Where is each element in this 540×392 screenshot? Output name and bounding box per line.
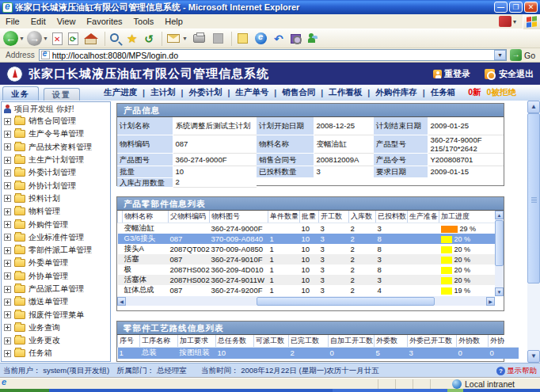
expand-icon[interactable] (4, 311, 11, 318)
sidebar-item[interactable]: 销售合同管理 (2, 115, 110, 127)
parts-row[interactable]: 活塞体2087HS002360-274-9011W11032320 % (118, 275, 496, 285)
expand-icon[interactable] (4, 221, 11, 228)
nav-item[interactable]: 工作看板 (323, 87, 367, 98)
minimize-button[interactable]: — (494, 2, 508, 13)
column-header[interactable]: 工序名称 (140, 335, 178, 348)
expand-icon[interactable] (4, 234, 11, 241)
nav-item[interactable]: 主计划 (145, 87, 181, 98)
nav-item[interactable]: 外委计划 (183, 87, 227, 98)
windows-taskbar[interactable] (0, 389, 540, 392)
column-header[interactable]: 物料名称 (123, 211, 169, 223)
expand-icon[interactable] (4, 118, 11, 125)
column-header[interactable]: 批量 (300, 211, 319, 223)
sidebar-item[interactable]: 外委计划管理 (2, 166, 110, 179)
address-dropdown-icon[interactable]: ▼ (494, 50, 506, 60)
page-scrollbar[interactable]: ▲ ▼ (527, 101, 540, 363)
column-header[interactable]: 加工要求 (178, 335, 216, 348)
maximize-button[interactable]: ❐ (509, 2, 523, 13)
expand-icon[interactable] (4, 299, 11, 306)
column-header[interactable]: 加工进度 (439, 211, 496, 223)
route-row[interactable]: 1总装按图组装10205300 (118, 348, 519, 359)
menu-file[interactable]: File (0, 15, 25, 28)
expand-icon[interactable] (4, 143, 11, 150)
sidebar-item[interactable]: 企业标准件管理 (2, 231, 110, 244)
column-header[interactable]: 总任务数 (216, 335, 254, 348)
column-header[interactable]: 物料图号 (210, 211, 268, 223)
forward-dropdown-icon[interactable]: ▼ (43, 36, 48, 41)
nav-item[interactable]: 任务箱 (425, 87, 462, 98)
sidebar-item[interactable]: 业务查询 (2, 322, 110, 334)
column-header[interactable]: 外协 (489, 335, 519, 348)
scroll-down-icon[interactable]: ▼ (495, 287, 504, 296)
column-header[interactable]: 序号 (118, 335, 140, 348)
menu-favorites[interactable]: Favorites (81, 15, 127, 28)
sidebar-item[interactable]: 零部件派工单管理 (2, 244, 110, 257)
addon-icon[interactable] (499, 16, 511, 27)
research-button[interactable] (291, 34, 301, 44)
parts-horizontal-scrollbar[interactable]: ◀ ▶ (117, 296, 495, 306)
sidebar-item[interactable]: 外购件管理 (2, 218, 110, 230)
stop-button[interactable]: ✕ (52, 32, 63, 45)
expand-icon[interactable] (4, 131, 11, 138)
sidebar-item[interactable]: 物料管理 (2, 205, 110, 218)
show-help-link[interactable]: ?显示帮助 (496, 366, 537, 376)
refresh-button[interactable]: ⟳ (68, 32, 78, 45)
address-input[interactable]: http://localhost:8080/MPS/login.do ▼ (39, 49, 507, 61)
nav-item[interactable]: 外购件库存 (370, 87, 423, 98)
expand-icon[interactable] (4, 337, 11, 344)
expand-icon[interactable] (4, 157, 11, 164)
sidebar-item[interactable]: 任务箱 (2, 347, 110, 360)
sidebar-item[interactable]: 业务更改 (2, 334, 110, 347)
column-header[interactable]: 单件数量 (268, 211, 300, 223)
close-button[interactable]: ✕ (524, 2, 538, 13)
column-header[interactable]: 已投料数 (376, 211, 408, 223)
menu-tools[interactable]: Tools (128, 15, 160, 28)
expand-icon[interactable] (4, 324, 11, 331)
sidebar-item[interactable]: 外委单管理 (2, 257, 110, 269)
search-button[interactable] (110, 33, 119, 42)
sidebar-item[interactable]: 外协计划管理 (2, 179, 110, 192)
addon-caret-icon[interactable]: ▾ (513, 18, 516, 25)
go-button[interactable]: → Go (507, 49, 538, 61)
page-scroll-up-icon[interactable]: ▲ (527, 101, 540, 113)
mail-button[interactable] (167, 34, 180, 43)
column-header[interactable]: 已完工数 (289, 335, 329, 348)
sidebar-item[interactable]: 外协单管理 (2, 270, 110, 283)
column-header[interactable]: 生产准备 (408, 211, 439, 223)
column-header[interactable]: 自加工开工数 (329, 335, 375, 348)
tab-settings[interactable]: 设置 (44, 88, 80, 101)
column-header[interactable]: 可派工数 (254, 335, 289, 348)
menu-edit[interactable]: Edit (25, 15, 51, 28)
expand-icon[interactable] (4, 350, 11, 357)
scroll-left-icon[interactable]: ◀ (117, 297, 126, 306)
expand-icon[interactable] (4, 247, 11, 254)
expand-icon[interactable] (4, 272, 11, 280)
expand-icon[interactable] (4, 260, 11, 267)
expand-icon[interactable] (4, 286, 11, 293)
page-scroll-down-icon[interactable]: ▼ (527, 350, 540, 363)
sidebar-item[interactable]: 主生产计划管理 (2, 154, 110, 166)
scroll-up-icon[interactable]: ▲ (495, 211, 504, 219)
parts-row[interactable]: 缸体总成087360-274-9200F11032419 % (118, 285, 496, 295)
parts-row[interactable]: 接头A2087QT002370-009-A085011032820 % (118, 244, 496, 254)
menu-help[interactable]: Help (159, 15, 188, 28)
discuss-button[interactable] (238, 33, 248, 44)
scroll-right-icon[interactable]: ▶ (486, 297, 495, 306)
sidebar-item[interactable]: 投料计划 (2, 192, 110, 205)
edit-button[interactable] (213, 33, 223, 44)
column-header[interactable]: 外协数 (457, 335, 489, 348)
parts-row[interactable]: 极2087HS002360-209-4D01011032820 % (118, 265, 496, 275)
history-button[interactable]: ↺ (144, 32, 154, 45)
back-dropdown-icon[interactable]: ▼ (19, 36, 25, 41)
column-header[interactable]: 外委数 (375, 335, 408, 348)
sidebar-item[interactable]: 缴送单管理 (2, 295, 110, 308)
expand-icon[interactable] (4, 169, 11, 177)
expand-icon[interactable] (4, 195, 11, 202)
parts-vertical-scrollbar[interactable]: ▲ ▼ (495, 211, 504, 296)
msn-button[interactable] (255, 32, 267, 44)
forward-button[interactable]: → (27, 31, 42, 46)
sidebar-item[interactable]: 产品派工单管理 (2, 283, 110, 295)
nav-item[interactable]: 销售合同 (276, 87, 321, 98)
nav-item[interactable]: 生产单号 (230, 87, 274, 98)
sidebar-item[interactable]: 报废件管理菜单 (2, 308, 110, 321)
